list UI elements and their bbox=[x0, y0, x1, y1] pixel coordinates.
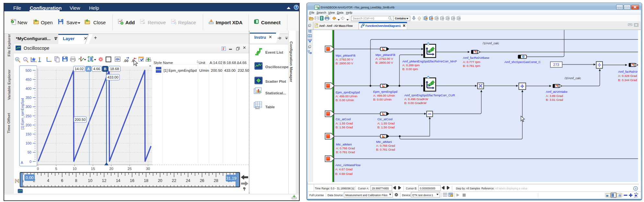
svg-text:+: + bbox=[16, 58, 18, 61]
svg-text:Scatter Plot: Scatter Plot bbox=[265, 80, 286, 83]
svg-text:18: 18 bbox=[144, 178, 148, 183]
svg-text:Unit: Unit bbox=[199, 61, 205, 65]
svg-text:0: 0 bbox=[37, 167, 39, 171]
svg-text:A: 0.496 GradKW: A: 0.496 GradKW bbox=[404, 97, 429, 101]
svg-text:Amf_facRelAirBase: Amf_facRelAirBase bbox=[463, 56, 489, 59]
svg-text:B: 3.91 Grad: B: 3.91 Grad bbox=[546, 98, 563, 101]
svg-text:Step by: All Samples: Step by: All Samples bbox=[456, 187, 480, 190]
svg-text:Amc_AirMassFlow: Amc_AirMassFlow bbox=[335, 163, 361, 167]
svg-text:Ctc_atCool: Ctc_atCool bbox=[336, 117, 351, 121]
svg-text:4.66: 4.66 bbox=[93, 67, 100, 71]
svg-text:B: 0.00 GradKW: B: 0.00 GradKW bbox=[404, 101, 427, 105]
svg-text:A: 499.00 U/min: A: 499.00 U/min bbox=[336, 94, 357, 98]
svg-text:.00: .00 bbox=[123, 59, 128, 63]
svg-text:50: 50 bbox=[28, 150, 31, 154]
svg-text:Epm_rpmEngSpd: Epm_rpmEngSpd bbox=[373, 90, 397, 93]
svg-text:A: 4.67 Grad: A: 4.67 Grad bbox=[335, 167, 352, 171]
svg-text:400: 400 bbox=[26, 87, 31, 90]
svg-text:Table: Table bbox=[265, 105, 275, 109]
svg-text:B: 0.00 U/min: B: 0.00 U/min bbox=[373, 98, 392, 101]
svg-text:150: 150 bbox=[26, 132, 31, 136]
svg-text:433.00: 433.00 bbox=[224, 69, 236, 72]
svg-text:28: 28 bbox=[214, 178, 218, 183]
svg-text:500: 500 bbox=[26, 69, 31, 72]
svg-text:31.19: 31.19 bbox=[226, 176, 236, 181]
svg-text:450: 450 bbox=[26, 78, 31, 81]
svg-text:26: 26 bbox=[200, 178, 204, 183]
svg-text:[1] Epm_rpmEngSpd: [1] Epm_rpmEngSpd bbox=[164, 69, 197, 72]
svg-text:Cursor B:: Cursor B: bbox=[406, 187, 417, 190]
svg-text:Amf_pManiEngSpd2facRelAirCorr_: Amf_pManiEngSpd2facRelAirCorr_MAP bbox=[402, 59, 457, 63]
svg-text:B: 0.00 U/min: B: 0.00 U/min bbox=[336, 98, 354, 102]
svg-text:A: 2792.00 V: A: 2792.00 V bbox=[336, 58, 353, 61]
svg-text:[s]: [s] bbox=[15, 178, 19, 183]
svg-text:A: 1.55 Grad: A: 1.55 Grad bbox=[336, 122, 353, 125]
svg-text:22: 22 bbox=[172, 178, 176, 183]
svg-text:ETK test device:1: ETK test device:1 bbox=[412, 194, 433, 197]
svg-text:All labels displaying a value: All labels displaying a value bbox=[495, 187, 528, 190]
svg-text:4: 4 bbox=[47, 178, 49, 183]
svg-text:Measurement and Calibration Fi: Measurement and Calibration Files bbox=[345, 194, 387, 197]
svg-text:10: 10 bbox=[73, 167, 76, 171]
svg-text:Amf - Amf - Air Mass Flow: Amf - Amf - Air Mass Flow bbox=[319, 24, 353, 27]
svg-text:[1] Epm_rpmEngSpd: [1] Epm_rpmEngSpd bbox=[20, 98, 24, 130]
svg-text:20: 20 bbox=[109, 167, 113, 171]
svg-text:B: 2800.00 V: B: 2800.00 V bbox=[375, 61, 393, 64]
svg-text:Oscilloscope: Oscilloscope bbox=[265, 65, 289, 69]
svg-text:A: A bbox=[21, 161, 23, 165]
svg-text:200.50: 200.50 bbox=[75, 118, 86, 122]
svg-text:B: 2800.00 V: B: 2800.00 V bbox=[336, 61, 353, 65]
svg-text:B: 1.56 Grad: B: 1.56 Grad bbox=[377, 125, 395, 129]
svg-text:A: 0.328 Grad: A: 0.328 Grad bbox=[618, 74, 637, 78]
svg-text:B: 0.00 rpm: B: 0.00 rpm bbox=[402, 67, 418, 71]
svg-text:24: 24 bbox=[186, 178, 190, 183]
svg-text:Ctc_atCool: Ctc_atCool bbox=[377, 117, 392, 121]
svg-text:B: B bbox=[104, 67, 107, 71]
svg-text:14.02: 14.02 bbox=[75, 67, 84, 71]
svg-text:A: 0.766 Grad: A: 0.766 Grad bbox=[336, 146, 355, 150]
svg-text:Contains: Contains bbox=[395, 17, 406, 20]
svg-text:0.000000000: 0.000000000 bbox=[420, 187, 435, 190]
svg-text:A: 0.777 rpm: A: 0.777 rpm bbox=[463, 60, 480, 64]
svg-text:Style: Style bbox=[154, 61, 162, 65]
svg-text:Search (Ctrl+H): Search (Ctrl+H) bbox=[353, 16, 374, 20]
svg-text:?: ? bbox=[635, 187, 637, 190]
svg-text:FunctionOverviewDiagram1: FunctionOverviewDiagram1 bbox=[365, 24, 401, 27]
svg-text:0: 0 bbox=[29, 160, 31, 164]
svg-text:Reference:: Reference: bbox=[481, 187, 494, 190]
svg-text:View: View bbox=[328, 11, 335, 14]
svg-text:Amf_facRelAir: Amf_facRelAir bbox=[618, 70, 638, 73]
svg-text:10: 10 bbox=[88, 178, 92, 183]
svg-text:A: 0.289 rpm: A: 0.289 rpm bbox=[402, 63, 420, 67]
svg-text:B: 0.781 rpm: B: 0.781 rpm bbox=[463, 64, 480, 68]
svg-text:Help: Help bbox=[346, 11, 352, 14]
svg-text:5: 5 bbox=[55, 167, 57, 171]
svg-text:B: 4.69 Grad: B: 4.69 Grad bbox=[335, 172, 352, 175]
svg-text:A: 499.00 U/min: A: 499.00 U/min bbox=[373, 94, 395, 97]
svg-text:232.50: 232.50 bbox=[238, 69, 249, 72]
svg-text:B: 0.344 Grad: B: 0.344 Grad bbox=[618, 78, 637, 82]
svg-text:?: ? bbox=[295, 5, 297, 9]
svg-text:Amf_rpmEngSpd2facTempCorr_CUR: Amf_rpmEngSpd2facTempCorr_CUR bbox=[404, 93, 455, 97]
svg-text:Data: Data bbox=[337, 11, 344, 14]
svg-text:30: 30 bbox=[146, 167, 150, 171]
svg-text:Event List: Event List bbox=[265, 50, 283, 54]
svg-text:200: 200 bbox=[26, 123, 31, 127]
svg-text:Name: Name bbox=[163, 61, 173, 65]
svg-text:250: 250 bbox=[26, 114, 31, 118]
svg-text:A: 3.89 Grad: A: 3.89 Grad bbox=[546, 94, 563, 98]
svg-text:433.00: 433.00 bbox=[108, 75, 119, 79]
svg-text:Amf_shcSpecGasConst_C: Amf_shcSpecGasConst_C bbox=[504, 60, 541, 64]
svg-text:Search: Search bbox=[316, 11, 326, 14]
svg-text:25: 25 bbox=[128, 167, 132, 171]
svg-text:Amf_atAirIntake: Amf_atAirIntake bbox=[546, 90, 568, 93]
svg-text:15: 15 bbox=[91, 167, 95, 171]
svg-text:Mtc_atMani: Mtc_atMani bbox=[336, 143, 352, 146]
svg-text:16: 16 bbox=[130, 178, 134, 183]
svg-text:300: 300 bbox=[26, 105, 31, 109]
svg-text:0.00: 0.00 bbox=[26, 175, 33, 180]
svg-text:a: a bbox=[619, 195, 620, 197]
svg-text:6: 6 bbox=[61, 178, 63, 183]
svg-text:200.50: 200.50 bbox=[211, 69, 222, 72]
svg-text:8: 8 bbox=[75, 178, 77, 183]
